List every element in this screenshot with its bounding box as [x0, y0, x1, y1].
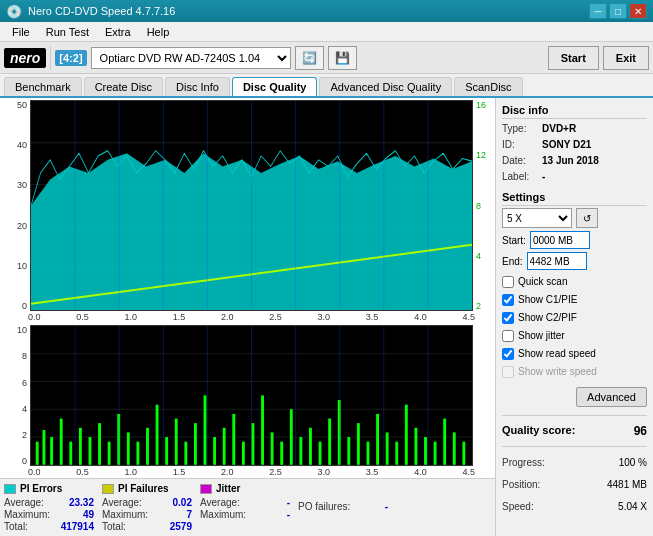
speed-select[interactable]: 5 X — [502, 208, 572, 228]
bottom-chart-y-axis-right-spacer — [473, 325, 493, 466]
exit-button[interactable]: Exit — [603, 46, 649, 70]
show-read-speed-checkbox[interactable] — [502, 348, 514, 360]
progress-val: 100 % — [619, 455, 647, 471]
quick-scan-checkbox[interactable] — [502, 276, 514, 288]
drive-prefix: [4:2] — [55, 50, 86, 66]
start-button[interactable]: Start — [548, 46, 599, 70]
pi-errors-max-label: Maximum: — [4, 509, 50, 520]
bottom-chart-wrapper: 10 8 6 4 2 0 — [0, 323, 495, 466]
tab-benchmark[interactable]: Benchmark — [4, 77, 82, 96]
svg-rect-26 — [98, 423, 101, 465]
svg-rect-36 — [194, 423, 197, 465]
svg-rect-64 — [462, 442, 465, 465]
menubar: File Run Test Extra Help — [0, 22, 653, 42]
pi-errors-total-val: 417914 — [61, 521, 94, 532]
po-failures-stats: PO failures: - — [298, 483, 388, 532]
speed-refresh-btn[interactable]: ↺ — [576, 208, 598, 228]
minimize-button[interactable]: ─ — [589, 3, 607, 19]
settings-section: Settings 5 X ↺ Start: End: Quick scan — [502, 191, 647, 381]
svg-rect-50 — [328, 419, 331, 465]
disc-date-label: Date: — [502, 153, 538, 169]
progress-label: Progress: — [502, 455, 545, 471]
top-chart-canvas — [30, 100, 473, 311]
main-content: 50 40 30 20 10 0 — [0, 98, 653, 536]
pi-errors-max-val: 49 — [83, 509, 94, 520]
tab-scandisc[interactable]: ScanDisc — [454, 77, 522, 96]
app-title: Nero CD-DVD Speed 4.7.7.16 — [28, 5, 175, 17]
svg-rect-37 — [204, 396, 207, 465]
disc-id-label: ID: — [502, 137, 538, 153]
menu-file[interactable]: File — [4, 24, 38, 40]
menu-help[interactable]: Help — [139, 24, 178, 40]
end-input[interactable] — [527, 252, 587, 270]
speed-row: Speed: 5.04 X — [502, 499, 647, 515]
svg-rect-35 — [184, 442, 187, 465]
disc-info-section: Disc info Type: DVD+R ID: SONY D21 Date:… — [502, 104, 647, 185]
tab-bar: Benchmark Create Disc Disc Info Disc Qua… — [0, 74, 653, 98]
disc-info-title: Disc info — [502, 104, 647, 116]
show-write-speed-label: Show write speed — [518, 363, 597, 381]
svg-rect-40 — [232, 414, 235, 465]
pi-failures-total-label: Total: — [102, 521, 126, 532]
disc-type-label: Type: — [502, 121, 538, 137]
svg-rect-48 — [309, 428, 312, 465]
advanced-button[interactable]: Advanced — [576, 387, 647, 407]
svg-rect-51 — [338, 400, 341, 465]
bottom-chart-svg — [31, 326, 472, 465]
show-c1pie-checkbox[interactable] — [502, 294, 514, 306]
pi-failures-avg-val: 0.02 — [173, 497, 192, 508]
svg-rect-33 — [165, 437, 168, 465]
pi-failures-max-label: Maximum: — [102, 509, 148, 520]
svg-rect-25 — [89, 437, 92, 465]
maximize-button[interactable]: □ — [609, 3, 627, 19]
show-c2pif-checkbox[interactable] — [502, 312, 514, 324]
top-chart-y-axis-left: 50 40 30 20 10 0 — [2, 100, 30, 311]
po-failures-label: PO failures: — [298, 501, 350, 512]
drive-select[interactable]: Optiarc DVD RW AD-7240S 1.04 — [91, 47, 291, 69]
svg-rect-63 — [453, 433, 456, 465]
svg-rect-23 — [69, 442, 72, 465]
svg-rect-44 — [271, 433, 274, 465]
start-input[interactable] — [530, 231, 590, 249]
svg-rect-32 — [156, 405, 159, 465]
speed-label: Speed: — [502, 499, 534, 515]
svg-rect-52 — [347, 437, 350, 465]
tab-create-disc[interactable]: Create Disc — [84, 77, 163, 96]
svg-rect-45 — [280, 442, 283, 465]
top-chart-y-axis-right: 16 12 8 4 2 — [473, 100, 493, 311]
start-label: Start: — [502, 235, 526, 246]
quick-scan-label: Quick scan — [518, 273, 567, 291]
pi-errors-avg-val: 23.32 — [69, 497, 94, 508]
svg-rect-43 — [261, 396, 264, 465]
pi-errors-label: PI Errors — [20, 483, 62, 494]
disc-label-label: Label: — [502, 169, 538, 185]
svg-rect-58 — [405, 405, 408, 465]
quality-score-row: Quality score: 96 — [502, 424, 647, 438]
svg-rect-57 — [395, 442, 398, 465]
show-c1pie-label: Show C1/PIE — [518, 291, 577, 309]
menu-extra[interactable]: Extra — [97, 24, 139, 40]
show-jitter-checkbox[interactable] — [502, 330, 514, 342]
tab-advanced-disc-quality[interactable]: Advanced Disc Quality — [319, 77, 452, 96]
svg-rect-30 — [136, 442, 139, 465]
jitter-avg-label: Average: — [200, 497, 240, 508]
menu-run-test[interactable]: Run Test — [38, 24, 97, 40]
refresh-button[interactable]: 🔄 — [295, 46, 324, 70]
save-button[interactable]: 💾 — [328, 46, 357, 70]
close-button[interactable]: ✕ — [629, 3, 647, 19]
pi-failures-label: PI Failures — [118, 483, 169, 494]
speed-val: 5.04 X — [618, 499, 647, 515]
tab-disc-quality[interactable]: Disc Quality — [232, 77, 318, 96]
svg-rect-55 — [376, 414, 379, 465]
pi-errors-color — [4, 484, 16, 494]
pi-failures-total-val: 2579 — [170, 521, 192, 532]
top-chart-wrapper: 50 40 30 20 10 0 — [0, 98, 495, 311]
jitter-label: Jitter — [216, 483, 240, 494]
jitter-color — [200, 484, 212, 494]
disc-label-val: - — [542, 169, 545, 185]
svg-rect-61 — [434, 442, 437, 465]
svg-rect-34 — [175, 419, 178, 465]
tab-disc-info[interactable]: Disc Info — [165, 77, 230, 96]
quality-score-val: 96 — [634, 424, 647, 438]
svg-rect-47 — [299, 437, 302, 465]
